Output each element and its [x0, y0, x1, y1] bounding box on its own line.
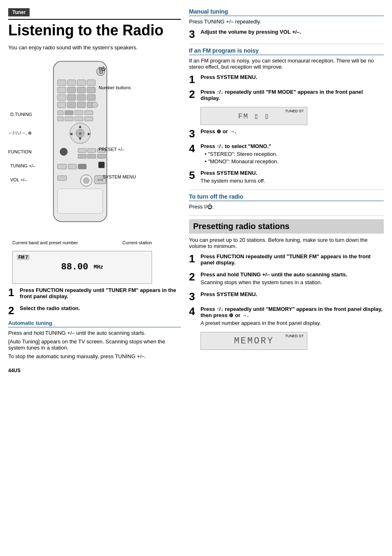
- fm-noisy-step-5-note: The system menu turns off.: [201, 178, 384, 184]
- label-preset: PRESET +/–: [99, 147, 124, 152]
- svg-rect-43: [68, 164, 76, 169]
- remote-svg: ⏻: [45, 57, 115, 234]
- presetting-title: Presetting radio stations: [193, 222, 290, 231]
- presetting-box: Presetting radio stations: [189, 219, 384, 234]
- svg-point-35: [60, 148, 67, 155]
- auto-tuning-line2: [Auto Tuning] appears on the TV screen. …: [8, 338, 181, 351]
- fm-noisy-step-5: 5 Press SYSTEM MENU. The system menu tur…: [189, 170, 384, 185]
- svg-rect-51: [58, 189, 103, 213]
- presetting-step-2: 2 Press and hold TUNING +/– until the au…: [189, 271, 384, 287]
- page-number: 44US: [8, 368, 181, 373]
- svg-rect-15: [58, 102, 66, 108]
- presetting-step-2-note: Scanning stops when the system tunes in …: [201, 279, 384, 285]
- fm-noisy-step-5-num: 5: [189, 170, 197, 181]
- left-column: Tuner Listening to the Radio You can enj…: [8, 8, 181, 548]
- label-power: I/⏻: [99, 66, 106, 71]
- svg-rect-20: [58, 111, 63, 115]
- bullet-stereo: "STEREO": Stereo reception.: [205, 151, 384, 157]
- lcd-fm-mode: TUNED ST FM ▯ ▯: [201, 107, 307, 125]
- manual-tuning-heading: Manual tuning: [189, 8, 384, 16]
- manual-tuning-text: Press TUNING +/– repeatedly.: [189, 19, 384, 25]
- to-turn-off-heading: To turn off the radio: [189, 193, 384, 201]
- svg-text:►: ►: [87, 131, 92, 136]
- auto-tuning-line1: Press and hold TUNING +/– until the auto…: [8, 330, 181, 336]
- fm-noisy-step-2: 2 Press ↑/↓ repeatedly until "FM MODE" a…: [189, 89, 384, 103]
- label-tuning: TUNING +/–: [10, 163, 35, 168]
- svg-rect-37: [88, 148, 96, 153]
- fm-noisy-step-5-text: Press SYSTEM MENU.: [201, 170, 257, 176]
- remote-diagram: ⏻: [8, 57, 164, 238]
- svg-text:▲: ▲: [78, 124, 83, 129]
- fm-noisy-step-2-text: Press ↑/↓ repeatedly until "FM MODE" app…: [201, 89, 363, 101]
- presetting-intro: You can preset up to 20 stations. Before…: [189, 237, 384, 249]
- svg-rect-27: [85, 117, 93, 121]
- svg-rect-23: [85, 111, 93, 115]
- lcd-memory-chars: MEMORY: [234, 336, 274, 346]
- page-title: Listening to the Radio: [8, 19, 181, 39]
- svg-rect-8: [67, 87, 76, 93]
- fm-noisy-bullets: "STEREO": Stereo reception. "MONO": Mona…: [205, 151, 384, 164]
- svg-rect-21: [65, 111, 73, 115]
- step-1: 1 Press FUNCTION repeatedly until "TUNER…: [8, 287, 181, 301]
- presetting-step-3-text: Press SYSTEM MENU.: [201, 291, 257, 297]
- lcd-fm-chars: FM ▯ ▯: [238, 111, 270, 120]
- svg-rect-24: [58, 117, 63, 121]
- svg-text:⊕: ⊕: [78, 131, 82, 136]
- auto-tuning-heading: Automatic tuning: [8, 320, 181, 327]
- fm-noisy-step-4: 4 Press ↑/↓ to select "MONO." "STEREO": …: [189, 143, 384, 166]
- step-1-text: Press FUNCTION repeatedly until "TUNER F…: [20, 287, 176, 299]
- svg-rect-40: [88, 154, 96, 158]
- svg-rect-22: [75, 111, 83, 115]
- band-icon: FM 7: [17, 255, 30, 260]
- svg-rect-46: [58, 176, 67, 181]
- lcd-memory-tuned-st: TUNED ST: [285, 334, 304, 338]
- svg-rect-11: [58, 95, 66, 100]
- svg-rect-12: [67, 95, 76, 100]
- presetting-step-2-num: 2: [189, 271, 197, 282]
- presetting-step-1: 1 Press FUNCTION repeatedly until "TUNER…: [189, 253, 384, 267]
- svg-rect-39: [78, 154, 86, 158]
- svg-text:◄: ◄: [69, 131, 74, 136]
- caption-band: Current band and preset number: [12, 240, 78, 246]
- fm-noisy-step-1-text: Press SYSTEM MENU.: [201, 74, 257, 80]
- svg-point-19: [92, 102, 98, 108]
- step-3-vol: 3 Adjust the volume by pressing VOL +/–.: [189, 29, 384, 39]
- step-2-text: Select the radio station.: [20, 305, 80, 311]
- fm-noisy-step-3-text: Press ⊕ or →.: [201, 128, 236, 134]
- tuner-badge: Tuner: [8, 8, 30, 16]
- label-system-menu: SYSTEM MENU: [103, 174, 136, 179]
- label-vol: VOL +/–: [10, 177, 27, 182]
- display-captions: Current band and preset number Current s…: [8, 240, 156, 284]
- fm-noisy-intro: If an FM program is noisy, you can selec…: [189, 58, 384, 70]
- display-panel: FM 7 88.00 MHz: [12, 251, 152, 284]
- fm-noisy-step-2-num: 2: [189, 89, 197, 100]
- presetting-step-2-text: Press and hold TUNING +/– until the auto…: [201, 271, 347, 278]
- fm-noisy-step-4-text: Press ↑/↓ to select "MONO.": [201, 143, 271, 149]
- caption-station: Current station: [122, 240, 152, 245]
- svg-rect-42: [58, 164, 67, 169]
- intro-text: You can enjoy radio sound with the syste…: [8, 44, 181, 51]
- svg-rect-4: [67, 80, 76, 86]
- presetting-step-1-num: 1: [189, 253, 197, 264]
- svg-rect-10: [87, 87, 95, 93]
- presetting-step-4: 4 Press ↑/↓ repeatedly until "MEMORY" ap…: [189, 306, 384, 328]
- svg-rect-13: [77, 95, 85, 100]
- step-3-vol-num: 3: [189, 29, 197, 39]
- fm-noisy-step-3-num: 3: [189, 128, 197, 139]
- fm-noisy-step-1-num: 1: [189, 74, 197, 85]
- svg-rect-5: [77, 80, 85, 86]
- presetting-step-1-text: Press FUNCTION repeatedly until "TUNER F…: [201, 253, 371, 266]
- svg-point-48: [83, 178, 89, 183]
- svg-rect-6: [87, 80, 95, 86]
- fm-noisy-step-4-num: 4: [189, 143, 197, 154]
- svg-rect-44: [78, 164, 86, 169]
- presetting-step-4-text: Press ↑/↓ repeatedly until "MEMORY" appe…: [201, 306, 383, 318]
- page: Tuner Listening to the Radio You can enj…: [0, 0, 392, 556]
- svg-rect-41: [97, 154, 106, 158]
- svg-rect-14: [87, 95, 95, 100]
- presetting-step-3: 3 Press SYSTEM MENU.: [189, 291, 384, 302]
- step-1-num: 1: [8, 287, 16, 298]
- lcd-tuned-st-label: TUNED ST: [285, 109, 304, 113]
- svg-rect-16: [67, 102, 76, 108]
- display-freq: 88.00 MHz: [61, 262, 104, 272]
